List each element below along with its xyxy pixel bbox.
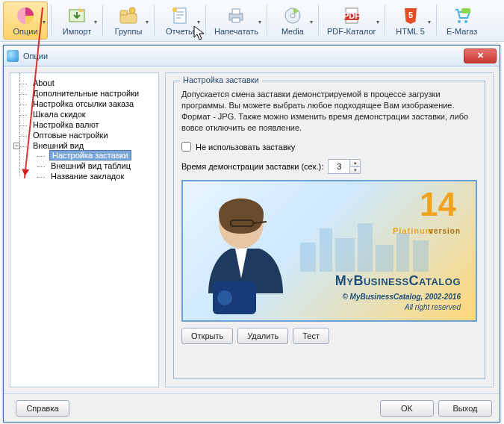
- svg-rect-3: [120, 10, 128, 15]
- open-button[interactable]: Открыть: [181, 328, 233, 344]
- toolbar-reports[interactable]: Отчеты ▾: [158, 1, 202, 40]
- pdf-icon: PDF: [341, 5, 362, 26]
- svg-rect-8: [232, 9, 240, 14]
- groupbox-legend: Настройка заставки: [180, 75, 262, 84]
- chevron-down-icon: ▾: [428, 19, 431, 25]
- svg-point-16: [458, 20, 461, 23]
- toolbar-separator: [51, 4, 52, 37]
- toolbar-label: Media: [281, 27, 304, 36]
- svg-point-6: [172, 7, 177, 12]
- toolbar-label: Напечатать: [214, 27, 258, 36]
- toolbar-label: Опции: [13, 27, 37, 36]
- toolbar-separator: [318, 4, 319, 37]
- svg-rect-18: [461, 8, 470, 13]
- tree-item[interactable]: About: [24, 78, 155, 88]
- chevron-down-icon: ▾: [43, 19, 46, 25]
- help-button[interactable]: Справка: [16, 400, 69, 417]
- ok-button[interactable]: OK: [380, 400, 434, 417]
- splash-description: Допускается смена заставки демонстрируем…: [181, 89, 477, 133]
- toolbar-label: HTML 5: [396, 27, 425, 36]
- chevron-down-icon: ▾: [258, 19, 261, 25]
- app-icon: [7, 50, 19, 62]
- tree-expander[interactable]: −: [13, 143, 20, 149]
- toolbar-separator: [205, 4, 206, 37]
- tree-item[interactable]: Шкала скидок: [24, 109, 155, 119]
- toolbar-label: PDF-Каталог: [327, 27, 376, 36]
- delete-button[interactable]: Удалить: [237, 328, 288, 344]
- splash-rights: All right reserved: [405, 303, 461, 311]
- cart-icon: [452, 5, 473, 26]
- import-icon: [66, 5, 87, 26]
- svg-point-17: [464, 20, 467, 23]
- toolbar-html5[interactable]: 5 HTML 5 ▾: [388, 1, 433, 40]
- toolbar-label: Импорт: [63, 27, 91, 36]
- window-title: Опции: [23, 52, 464, 60]
- toolbar-media[interactable]: Media ▾: [270, 1, 315, 40]
- titlebar[interactable]: Опции ✕: [4, 46, 500, 66]
- splash-groupbox: Настройка заставки Допускается смена зас…: [173, 81, 485, 379]
- tree-item[interactable]: Внешний вид таблиц: [42, 160, 155, 171]
- settings-panel: Настройка заставки Допускается смена зас…: [165, 72, 494, 387]
- time-input[interactable]: [329, 160, 349, 173]
- media-icon: [282, 5, 303, 26]
- svg-point-4: [129, 7, 135, 13]
- toolbar-estore[interactable]: E-Магаз: [440, 1, 485, 40]
- chevron-down-icon: ▾: [376, 19, 379, 25]
- toolbar-label: Группы: [115, 27, 143, 36]
- toolbar-import[interactable]: Импорт ▾: [55, 1, 99, 40]
- tree-item[interactable]: Настройка валют: [24, 119, 155, 130]
- svg-text:5: 5: [408, 10, 413, 19]
- spin-down[interactable]: ▾: [349, 166, 360, 173]
- tree-item[interactable]: Название закладок: [42, 171, 155, 181]
- printer-icon: [225, 5, 246, 26]
- html5-icon: 5: [400, 5, 421, 26]
- toolbar-print[interactable]: Напечатать ▾: [209, 1, 264, 40]
- exit-button[interactable]: Выход: [438, 400, 492, 417]
- reports-icon: [169, 5, 190, 26]
- tree-item[interactable]: Дополнительные настройки: [24, 88, 155, 99]
- splash-edition: Platinumversion: [393, 220, 461, 237]
- toolbar-label: E-Магаз: [447, 27, 477, 36]
- toolbar-label: Отчеты: [166, 27, 194, 36]
- options-tree-panel: About Дополнительные настройки Настройка…: [10, 72, 159, 387]
- splash-version: 14: [420, 186, 456, 223]
- time-spinner[interactable]: ▴ ▾: [328, 159, 361, 174]
- main-toolbar: Опции ▾ Импорт ▾ Группы ▾ Отчеты ▾ Напеч…: [0, 0, 504, 42]
- disable-splash-label: Не использовать заставку: [196, 143, 295, 152]
- close-button[interactable]: ✕: [464, 49, 497, 63]
- svg-rect-9: [232, 18, 240, 22]
- chevron-down-icon: ▾: [94, 19, 97, 25]
- toolbar-separator: [102, 4, 103, 37]
- toolbar-separator: [436, 4, 437, 37]
- pie-icon: [15, 5, 36, 26]
- splash-brand: MyBusinessCatalog: [335, 273, 461, 289]
- test-button[interactable]: Тест: [293, 328, 329, 344]
- tree-item[interactable]: Оптовые настройки: [24, 130, 155, 140]
- tree-item[interactable]: Настройка отсылки заказа: [24, 99, 155, 109]
- toolbar-options[interactable]: Опции ▾: [3, 1, 48, 40]
- toolbar-separator: [154, 4, 155, 37]
- splash-copyright: © MyBusinessCatalog, 2002-2016: [342, 293, 461, 301]
- dialog-footer: Справка OK Выход: [4, 393, 500, 422]
- chevron-down-icon: ▾: [146, 19, 149, 25]
- splash-preview: 14 Platinumversion MyBusinessCatalog © M…: [181, 180, 477, 322]
- tree-item-splash[interactable]: Настройка заставки: [42, 150, 155, 160]
- chevron-down-icon: ▾: [197, 19, 200, 25]
- chevron-down-icon: ▾: [310, 19, 313, 25]
- person-illustration: [189, 186, 308, 320]
- toolbar-separator: [385, 4, 385, 37]
- toolbar-pdf[interactable]: PDF PDF-Каталог ▾: [322, 1, 382, 40]
- svg-text:PDF: PDF: [343, 11, 360, 20]
- tree-item-appearance[interactable]: − Внешний вид Настройка заставки Внешний…: [24, 140, 155, 182]
- disable-splash-checkbox[interactable]: [181, 142, 191, 152]
- spin-up[interactable]: ▴: [349, 160, 360, 166]
- groups-icon: [118, 5, 139, 26]
- svg-point-23: [217, 290, 232, 305]
- options-dialog: Опции ✕ About Дополнительные настройки Н…: [3, 45, 500, 423]
- toolbar-groups[interactable]: Группы ▾: [106, 1, 151, 40]
- time-label: Время демонстрации заставки (сек.):: [181, 162, 323, 171]
- close-icon: ✕: [477, 51, 484, 60]
- options-tree: About Дополнительные настройки Настройка…: [13, 78, 155, 182]
- toolbar-separator: [267, 4, 267, 37]
